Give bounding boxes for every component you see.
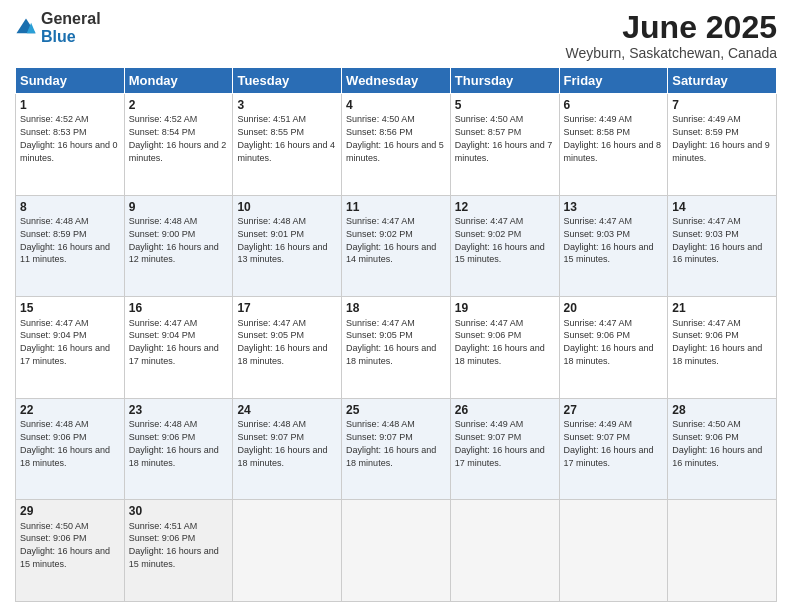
table-row: 12Sunrise: 4:47 AMSunset: 9:02 PMDayligh… (450, 195, 559, 297)
daylight-info: Daylight: 16 hours and 12 minutes. (129, 242, 219, 265)
day-number: 9 (129, 199, 229, 215)
day-number: 28 (672, 402, 772, 418)
sunset-info: Sunset: 8:59 PM (20, 229, 87, 239)
day-number: 27 (564, 402, 664, 418)
day-number: 26 (455, 402, 555, 418)
daylight-info: Daylight: 16 hours and 9 minutes. (672, 140, 770, 163)
calendar-row: 29Sunrise: 4:50 AMSunset: 9:06 PMDayligh… (16, 500, 777, 602)
col-wednesday: Wednesday (342, 68, 451, 94)
daylight-info: Daylight: 16 hours and 15 minutes. (129, 546, 219, 569)
sunrise-info: Sunrise: 4:48 AM (129, 216, 198, 226)
daylight-info: Daylight: 16 hours and 5 minutes. (346, 140, 444, 163)
calendar-row: 1Sunrise: 4:52 AMSunset: 8:53 PMDaylight… (16, 94, 777, 196)
table-row: 18Sunrise: 4:47 AMSunset: 9:05 PMDayligh… (342, 297, 451, 399)
table-row: 17Sunrise: 4:47 AMSunset: 9:05 PMDayligh… (233, 297, 342, 399)
table-row (342, 500, 451, 602)
sunrise-info: Sunrise: 4:48 AM (129, 419, 198, 429)
table-row: 19Sunrise: 4:47 AMSunset: 9:06 PMDayligh… (450, 297, 559, 399)
daylight-info: Daylight: 16 hours and 0 minutes. (20, 140, 118, 163)
sunrise-info: Sunrise: 4:52 AM (129, 114, 198, 124)
day-number: 6 (564, 97, 664, 113)
sunset-info: Sunset: 8:54 PM (129, 127, 196, 137)
sunrise-info: Sunrise: 4:47 AM (129, 318, 198, 328)
sunrise-info: Sunrise: 4:47 AM (346, 318, 415, 328)
daylight-info: Daylight: 16 hours and 13 minutes. (237, 242, 327, 265)
table-row: 24Sunrise: 4:48 AMSunset: 9:07 PMDayligh… (233, 398, 342, 500)
table-row: 10Sunrise: 4:48 AMSunset: 9:01 PMDayligh… (233, 195, 342, 297)
sunset-info: Sunset: 9:05 PM (346, 330, 413, 340)
sunrise-info: Sunrise: 4:48 AM (20, 216, 89, 226)
table-row: 2Sunrise: 4:52 AMSunset: 8:54 PMDaylight… (124, 94, 233, 196)
sunset-info: Sunset: 8:57 PM (455, 127, 522, 137)
daylight-info: Daylight: 16 hours and 4 minutes. (237, 140, 335, 163)
table-row: 9Sunrise: 4:48 AMSunset: 9:00 PMDaylight… (124, 195, 233, 297)
table-row: 1Sunrise: 4:52 AMSunset: 8:53 PMDaylight… (16, 94, 125, 196)
sunset-info: Sunset: 9:06 PM (20, 432, 87, 442)
sunset-info: Sunset: 8:58 PM (564, 127, 631, 137)
table-row (233, 500, 342, 602)
col-thursday: Thursday (450, 68, 559, 94)
table-row: 28Sunrise: 4:50 AMSunset: 9:06 PMDayligh… (668, 398, 777, 500)
sunrise-info: Sunrise: 4:47 AM (455, 216, 524, 226)
table-row: 26Sunrise: 4:49 AMSunset: 9:07 PMDayligh… (450, 398, 559, 500)
day-number: 8 (20, 199, 120, 215)
sunset-info: Sunset: 9:02 PM (346, 229, 413, 239)
page: General Blue June 2025 Weyburn, Saskatch… (0, 0, 792, 612)
logo-blue: Blue (41, 28, 101, 46)
daylight-info: Daylight: 16 hours and 15 minutes. (455, 242, 545, 265)
table-row: 25Sunrise: 4:48 AMSunset: 9:07 PMDayligh… (342, 398, 451, 500)
daylight-info: Daylight: 16 hours and 18 minutes. (20, 445, 110, 468)
sunset-info: Sunset: 9:03 PM (564, 229, 631, 239)
table-row: 13Sunrise: 4:47 AMSunset: 9:03 PMDayligh… (559, 195, 668, 297)
logo-icon (15, 17, 37, 39)
col-friday: Friday (559, 68, 668, 94)
daylight-info: Daylight: 16 hours and 11 minutes. (20, 242, 110, 265)
sunset-info: Sunset: 9:07 PM (455, 432, 522, 442)
table-row: 27Sunrise: 4:49 AMSunset: 9:07 PMDayligh… (559, 398, 668, 500)
month-title: June 2025 (566, 10, 777, 45)
table-row: 23Sunrise: 4:48 AMSunset: 9:06 PMDayligh… (124, 398, 233, 500)
sunrise-info: Sunrise: 4:47 AM (237, 318, 306, 328)
day-number: 14 (672, 199, 772, 215)
table-row (668, 500, 777, 602)
sunset-info: Sunset: 8:56 PM (346, 127, 413, 137)
sunrise-info: Sunrise: 4:51 AM (129, 521, 198, 531)
sunset-info: Sunset: 9:04 PM (129, 330, 196, 340)
sunset-info: Sunset: 9:06 PM (129, 432, 196, 442)
sunset-info: Sunset: 9:00 PM (129, 229, 196, 239)
table-row: 16Sunrise: 4:47 AMSunset: 9:04 PMDayligh… (124, 297, 233, 399)
day-number: 30 (129, 503, 229, 519)
logo: General Blue (15, 10, 101, 45)
daylight-info: Daylight: 16 hours and 17 minutes. (20, 343, 110, 366)
sunset-info: Sunset: 9:06 PM (672, 432, 739, 442)
daylight-info: Daylight: 16 hours and 18 minutes. (129, 445, 219, 468)
sunset-info: Sunset: 9:07 PM (346, 432, 413, 442)
sunrise-info: Sunrise: 4:49 AM (455, 419, 524, 429)
sunrise-info: Sunrise: 4:50 AM (20, 521, 89, 531)
sunset-info: Sunset: 9:06 PM (455, 330, 522, 340)
col-monday: Monday (124, 68, 233, 94)
col-tuesday: Tuesday (233, 68, 342, 94)
logo-text: General Blue (41, 10, 101, 45)
day-number: 2 (129, 97, 229, 113)
sunrise-info: Sunrise: 4:51 AM (237, 114, 306, 124)
sunrise-info: Sunrise: 4:48 AM (237, 216, 306, 226)
sunrise-info: Sunrise: 4:48 AM (237, 419, 306, 429)
sunrise-info: Sunrise: 4:47 AM (346, 216, 415, 226)
sunrise-info: Sunrise: 4:48 AM (20, 419, 89, 429)
sunrise-info: Sunrise: 4:50 AM (455, 114, 524, 124)
table-row: 30Sunrise: 4:51 AMSunset: 9:06 PMDayligh… (124, 500, 233, 602)
day-number: 3 (237, 97, 337, 113)
calendar: Sunday Monday Tuesday Wednesday Thursday… (15, 67, 777, 602)
daylight-info: Daylight: 16 hours and 18 minutes. (672, 343, 762, 366)
sunrise-info: Sunrise: 4:47 AM (455, 318, 524, 328)
sunrise-info: Sunrise: 4:50 AM (346, 114, 415, 124)
sunrise-info: Sunrise: 4:48 AM (346, 419, 415, 429)
table-row: 7Sunrise: 4:49 AMSunset: 8:59 PMDaylight… (668, 94, 777, 196)
table-row: 4Sunrise: 4:50 AMSunset: 8:56 PMDaylight… (342, 94, 451, 196)
day-number: 24 (237, 402, 337, 418)
daylight-info: Daylight: 16 hours and 15 minutes. (20, 546, 110, 569)
day-number: 25 (346, 402, 446, 418)
day-number: 29 (20, 503, 120, 519)
col-sunday: Sunday (16, 68, 125, 94)
